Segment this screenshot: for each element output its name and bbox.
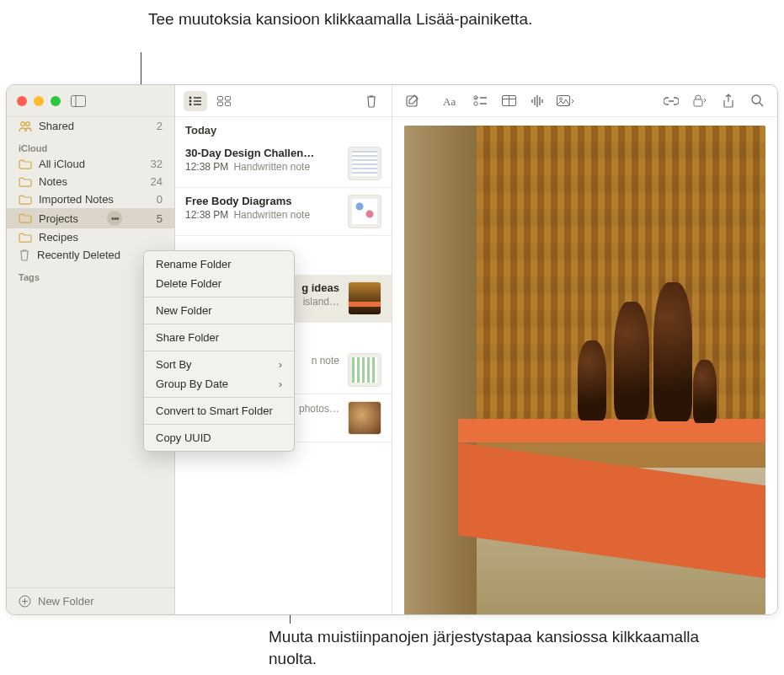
menu-separator xyxy=(144,351,294,351)
table-button[interactable] xyxy=(495,91,522,111)
svg-point-3 xyxy=(26,121,30,126)
folder-context-menu: Rename Folder Delete Folder New Folder S… xyxy=(143,250,295,452)
sidebar-item-label: All iCloud xyxy=(39,158,85,170)
new-folder-label: New Folder xyxy=(38,595,93,608)
shared-icon xyxy=(19,121,32,132)
folder-more-button[interactable]: ••• xyxy=(107,211,122,226)
svg-rect-13 xyxy=(218,96,223,100)
list-view-button[interactable] xyxy=(184,91,207,111)
svg-rect-16 xyxy=(226,102,231,106)
format-button[interactable]: Aa xyxy=(438,91,465,111)
grid-icon xyxy=(217,96,231,106)
minimize-button[interactable] xyxy=(34,96,44,106)
chevron-right-icon: › xyxy=(279,358,282,371)
menu-convert-smart-folder[interactable]: Convert to Smart Folder xyxy=(144,401,294,421)
app-window: Shared 2 iCloud All iCloud 32 Notes 24 I… xyxy=(6,84,778,615)
gallery-view-button[interactable] xyxy=(212,91,236,111)
sidebar-icon xyxy=(71,95,86,107)
toggle-sidebar-button[interactable] xyxy=(67,92,89,110)
note-item[interactable]: 30-Day Design Challen… 12:38 PMHandwritt… xyxy=(175,140,392,188)
sidebar-item-imported[interactable]: Imported Notes 0 xyxy=(7,190,174,208)
note-subtitle: 12:38 PMHandwritten note xyxy=(185,161,339,173)
folder-icon xyxy=(19,177,32,187)
link-icon xyxy=(664,96,679,106)
menu-share-folder[interactable]: Share Folder xyxy=(144,328,294,347)
search-icon xyxy=(751,94,764,107)
svg-point-9 xyxy=(189,103,192,105)
sidebar-item-count: 2 xyxy=(157,120,163,132)
text-format-icon: Aa xyxy=(443,95,460,107)
menu-delete-folder[interactable]: Delete Folder xyxy=(144,274,294,293)
callout-bottom: Muuta muistiinpanojen järjestystapaa kan… xyxy=(269,626,707,669)
list-toolbar xyxy=(175,85,392,117)
sidebar-item-label: Imported Notes xyxy=(39,193,114,206)
svg-point-21 xyxy=(474,101,477,104)
sidebar-item-recipes[interactable]: Recipes xyxy=(7,228,174,246)
share-button[interactable] xyxy=(715,91,742,111)
svg-rect-15 xyxy=(218,102,223,106)
menu-group-by-date[interactable]: Group By Date › xyxy=(144,374,294,394)
svg-point-2 xyxy=(21,121,25,126)
menu-separator xyxy=(144,424,294,425)
sidebar-item-label: Shared xyxy=(39,120,74,132)
note-image xyxy=(404,126,765,614)
sidebar-section-icloud: iCloud xyxy=(7,135,174,155)
photo-icon xyxy=(557,95,575,107)
photos-button[interactable] xyxy=(552,91,579,111)
svg-point-32 xyxy=(560,98,563,100)
note-thumbnail xyxy=(348,353,381,387)
svg-line-35 xyxy=(760,103,763,106)
menu-rename-folder[interactable]: Rename Folder xyxy=(144,254,294,274)
sidebar-item-label: Recently Deleted xyxy=(37,249,120,261)
menu-sort-by[interactable]: Sort By › xyxy=(144,355,294,374)
link-button[interactable] xyxy=(658,91,685,111)
sidebar-item-shared[interactable]: Shared 2 xyxy=(7,117,174,135)
lock-button[interactable] xyxy=(686,91,713,111)
delete-note-button[interactable] xyxy=(360,91,383,111)
plus-circle-icon xyxy=(19,595,31,608)
menu-copy-uuid[interactable]: Copy UUID xyxy=(144,428,294,447)
window-controls xyxy=(17,96,61,106)
sidebar-item-notes[interactable]: Notes 24 xyxy=(7,173,174,190)
compose-button[interactable] xyxy=(399,91,426,111)
trash-icon xyxy=(19,249,30,261)
svg-rect-0 xyxy=(72,95,86,106)
sidebar-item-label: Recipes xyxy=(39,231,78,244)
note-item[interactable]: Free Body Diagrams 12:38 PMHandwritten n… xyxy=(175,188,392,236)
sidebar-item-all-icloud[interactable]: All iCloud 32 xyxy=(7,155,174,173)
media-button[interactable] xyxy=(524,91,551,111)
list-section-header: Today xyxy=(175,117,392,140)
fullscreen-button[interactable] xyxy=(51,96,61,106)
sidebar-item-count: 32 xyxy=(151,158,163,170)
new-folder-button[interactable]: New Folder xyxy=(7,587,174,614)
folder-icon xyxy=(19,195,32,205)
note-content[interactable] xyxy=(392,117,777,614)
compose-icon xyxy=(406,94,420,108)
checklist-button[interactable] xyxy=(467,91,493,111)
svg-point-7 xyxy=(189,96,192,99)
menu-separator xyxy=(144,324,294,324)
note-thumbnail xyxy=(348,401,381,435)
sidebar-item-label: Notes xyxy=(39,175,67,188)
menu-label: Sort By xyxy=(156,358,192,371)
sidebar-titlebar xyxy=(7,85,174,117)
note-thumbnail xyxy=(348,147,381,180)
waveform-icon xyxy=(531,94,544,108)
folder-icon xyxy=(19,159,32,169)
svg-point-8 xyxy=(189,99,192,102)
note-thumbnail xyxy=(348,281,381,315)
sidebar-item-count: 0 xyxy=(157,193,163,206)
note-editor-column: Aa xyxy=(392,85,777,614)
sidebar-item-label: Projects xyxy=(39,212,78,225)
folder-icon xyxy=(19,233,32,243)
sidebar-item-projects[interactable]: Projects ••• 5 xyxy=(7,208,174,228)
svg-rect-14 xyxy=(226,96,231,100)
table-icon xyxy=(502,95,516,106)
svg-rect-33 xyxy=(694,99,702,106)
lock-icon xyxy=(692,94,707,107)
menu-separator xyxy=(144,297,294,297)
list-icon xyxy=(189,96,202,106)
menu-new-folder[interactable]: New Folder xyxy=(144,301,294,320)
close-button[interactable] xyxy=(17,96,27,106)
search-button[interactable] xyxy=(744,91,771,111)
